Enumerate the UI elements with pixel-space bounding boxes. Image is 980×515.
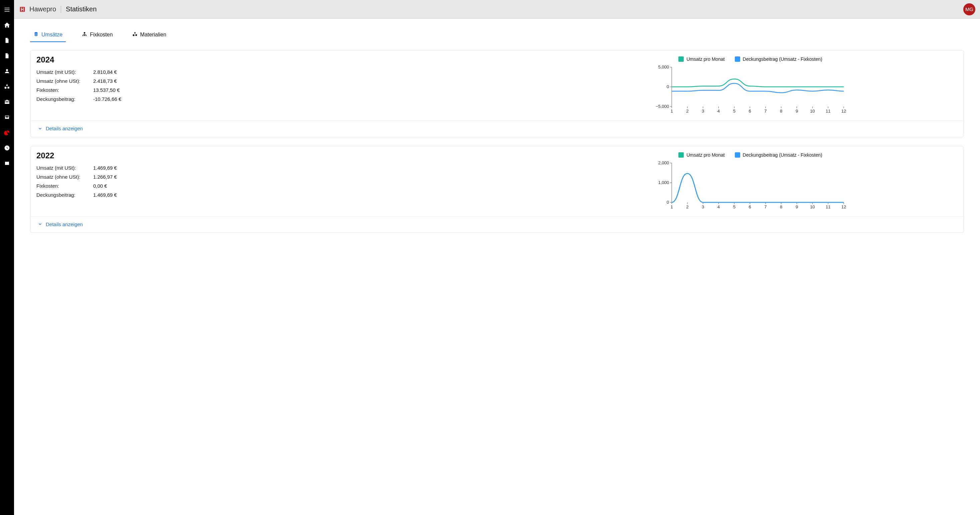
svg-text:7: 7 [765,204,767,210]
stat-label: Umsatz (mit USt): [37,69,93,75]
svg-text:3: 3 [702,108,704,114]
file-invoice-icon[interactable] [0,48,14,64]
svg-text:8: 8 [780,108,783,114]
divider [61,6,61,13]
legend-label: Deckungsbeitrag (Umsatz - Fixkosten) [743,56,822,62]
stat-value: 2.418,73 € [93,78,117,84]
stat-value: 1.469,69 € [93,165,117,171]
stat-row: Umsatz (mit USt): 2.810,84 € [37,69,543,75]
tab-fixkosten[interactable]: Fixkosten [78,29,116,42]
legend-label: Umsatz pro Monat [686,56,724,62]
stat-row: Fixkosten: 0,00 € [37,183,543,189]
stat-row: Deckungsbeitrag: 1.469,69 € [37,192,543,198]
inbox-icon[interactable] [0,110,14,125]
year-heading: 2024 [37,55,543,64]
stat-label: Fixkosten: [37,183,93,189]
svg-text:6: 6 [749,204,751,210]
stat-value: -10.726,66 € [93,96,121,102]
stat-value: 1.266,97 € [93,174,117,180]
person-tie-icon [82,32,87,38]
page-title: Statistiken [66,5,97,13]
tab-materialien[interactable]: Materialien [129,29,170,42]
brand-name: Hawepro [29,5,56,13]
legend-swatch-teal [678,152,684,157]
details-button-label: Details anzeigen [46,126,83,131]
svg-text:5,000: 5,000 [659,64,669,70]
user-icon[interactable] [0,64,14,79]
avatar[interactable]: MG [963,3,975,15]
brand-logo-icon [19,6,26,13]
home-icon[interactable] [0,17,14,33]
file-icon[interactable] [0,33,14,48]
clock-icon[interactable] [0,140,14,156]
coins-icon [33,32,39,38]
svg-text:0: 0 [667,84,669,89]
stat-value: 13.537,50 € [93,87,119,93]
svg-text:2: 2 [686,204,689,210]
svg-text:1: 1 [671,108,673,114]
shapes-icon [132,32,138,38]
stat-row: Umsatz (ohne USt): 1.266,97 € [37,174,543,180]
stat-label: Umsatz (ohne USt): [37,174,93,180]
stat-row: Deckungsbeitrag: -10.726,66 € [37,96,543,102]
toolbox-icon[interactable] [0,94,14,110]
svg-text:5: 5 [733,204,735,210]
svg-text:11: 11 [826,204,830,210]
chart-legend: Umsatz pro Monat Deckungsbeitrag (Umsatz… [543,152,958,157]
year-heading: 2022 [37,151,543,160]
legend-label: Umsatz pro Monat [686,152,724,157]
svg-text:10: 10 [810,108,815,114]
svg-text:7: 7 [765,108,767,114]
legend-label: Deckungsbeitrag (Umsatz - Fixkosten) [743,152,822,157]
svg-text:0: 0 [667,200,669,205]
sidebar [0,0,14,515]
id-card-icon[interactable] [0,156,14,171]
svg-text:−5,000: −5,000 [655,104,669,109]
topbar: Hawepro Statistiken MG [14,0,980,19]
svg-text:11: 11 [826,108,830,114]
stat-label: Umsatz (mit USt): [37,165,93,171]
chart-2022: Umsatz pro Monat Deckungsbeitrag (Umsatz… [543,151,958,210]
year-card-2024: 2024 Umsatz (mit USt): 2.810,84 € Umsatz… [30,50,964,137]
legend-swatch-teal [678,56,684,62]
chevron-down-icon [38,126,43,131]
line-chart: −5,00005,000123456789101112 [653,64,847,114]
chart-2024: Umsatz pro Monat Deckungsbeitrag (Umsatz… [543,55,958,114]
tab-umsaetze[interactable]: Umsätze [30,29,66,42]
details-button[interactable]: Details anzeigen [38,126,83,131]
svg-text:9: 9 [795,204,798,210]
tabs: Umsätze Fixkosten Materialien [30,29,964,42]
pie-chart-icon[interactable] [0,125,14,140]
menu-icon[interactable] [0,2,14,17]
svg-text:9: 9 [795,108,798,114]
svg-text:12: 12 [842,108,846,114]
shapes-icon[interactable] [0,79,14,94]
stat-label: Fixkosten: [37,87,93,93]
svg-text:8: 8 [780,204,783,210]
svg-text:2,000: 2,000 [659,160,669,165]
svg-text:4: 4 [718,204,720,210]
tab-label: Fixkosten [90,32,113,38]
tab-label: Materialien [140,32,166,38]
chevron-down-icon [38,222,43,226]
svg-text:12: 12 [842,204,846,210]
stat-value: 2.810,84 € [93,69,117,75]
stat-value: 1.469,69 € [93,192,117,198]
chart-legend: Umsatz pro Monat Deckungsbeitrag (Umsatz… [543,56,958,62]
svg-text:10: 10 [810,204,815,210]
svg-text:3: 3 [702,204,704,210]
year-card-2022: 2022 Umsatz (mit USt): 1.469,69 € Umsatz… [30,146,964,233]
stat-label: Umsatz (ohne USt): [37,78,93,84]
stat-label: Deckungsbeitrag: [37,96,93,102]
details-button[interactable]: Details anzeigen [38,221,83,227]
stat-row: Fixkosten: 13.537,50 € [37,87,543,93]
svg-text:1,000: 1,000 [659,180,669,185]
legend-swatch-blue [735,152,740,157]
stat-value: 0,00 € [93,183,107,189]
svg-text:5: 5 [733,108,735,114]
line-chart: 01,0002,000123456789101112 [653,160,847,210]
legend-swatch-blue [735,56,740,62]
svg-text:4: 4 [718,108,720,114]
tab-label: Umsätze [41,32,62,38]
stat-label: Deckungsbeitrag: [37,192,93,198]
